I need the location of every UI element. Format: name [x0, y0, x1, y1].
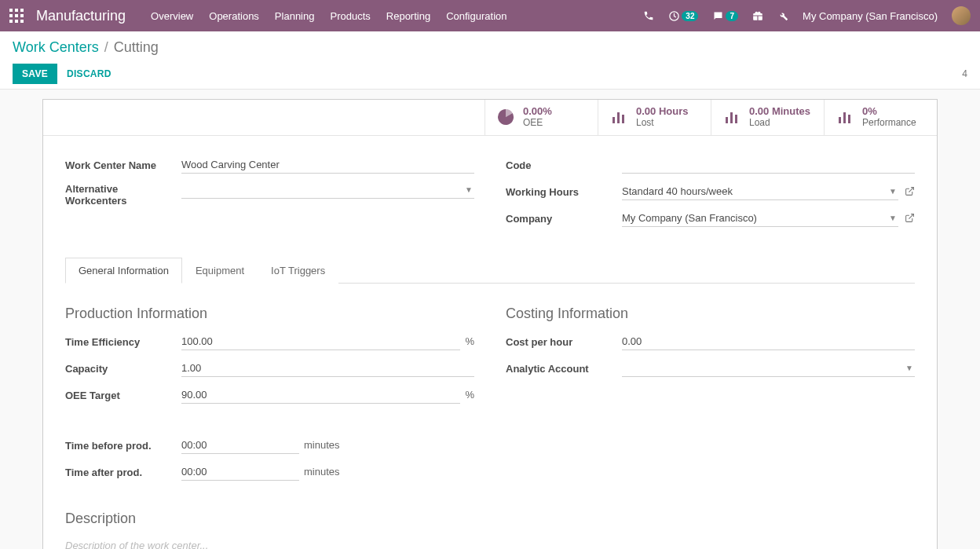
label-time-efficiency: Time Efficiency: [65, 335, 181, 348]
input-capacity[interactable]: [181, 360, 474, 377]
messages-icon[interactable]: 7: [712, 10, 738, 22]
input-cost-per-hour[interactable]: [622, 333, 915, 350]
bar-chart-icon: [722, 108, 741, 126]
nav-operations[interactable]: Operations: [209, 10, 259, 22]
input-description[interactable]: Description of the work center...: [65, 536, 915, 549]
input-company[interactable]: [622, 210, 898, 227]
svg-rect-5: [20, 14, 24, 17]
input-working-hours[interactable]: [622, 183, 898, 200]
topbar-right: 32 7 My Company (San Francisco): [643, 6, 971, 25]
stat-oee-value: 0.00%: [523, 106, 552, 118]
label-time-before: Time before prod.: [65, 438, 181, 452]
pager[interactable]: 4: [962, 68, 967, 79]
label-analytic-account: Analytic Account: [506, 361, 622, 375]
stat-performance-value: 0%: [862, 106, 916, 118]
label-oee-target: OEE Target: [65, 388, 181, 401]
svg-rect-14: [730, 112, 733, 123]
pie-chart-icon: [496, 108, 515, 126]
label-alt-workcenters: Alternative Workcenters: [65, 181, 181, 207]
svg-rect-13: [726, 117, 728, 123]
input-code[interactable]: [622, 156, 915, 174]
gift-icon[interactable]: [752, 10, 763, 21]
tab-iot-triggers[interactable]: IoT Triggers: [258, 258, 338, 284]
company-switcher[interactable]: My Company (San Francisco): [803, 10, 938, 22]
svg-rect-4: [15, 14, 18, 17]
svg-rect-12: [622, 115, 624, 123]
topbar: Manufacturing Overview Operations Planni…: [0, 0, 980, 31]
breadcrumb-parent[interactable]: Work Centers: [13, 39, 99, 55]
stat-lost-value: 0.00 Hours: [636, 106, 688, 118]
label-company: Company: [506, 211, 622, 225]
stat-button-row: 0.00% OEE 0.00 Hours Lost 0.00 Minutes: [43, 100, 937, 136]
svg-rect-10: [612, 117, 615, 123]
app-title[interactable]: Manufacturing: [36, 8, 126, 24]
input-analytic-account[interactable]: [622, 360, 915, 377]
breadcrumb-separator: /: [104, 39, 112, 55]
stat-lost-label: Lost: [636, 118, 688, 129]
tab-general-information[interactable]: General Information: [65, 258, 182, 284]
wrench-icon[interactable]: [777, 10, 788, 21]
input-time-after[interactable]: [181, 463, 299, 481]
bar-chart-icon: [609, 108, 628, 126]
svg-rect-18: [848, 115, 850, 123]
nav-products[interactable]: Products: [330, 10, 370, 22]
label-name: Work Center Name: [65, 158, 181, 171]
nav-overview[interactable]: Overview: [151, 10, 193, 22]
messages-badge: 7: [726, 11, 738, 21]
apps-icon[interactable]: [9, 9, 24, 23]
heading-costing-info: Costing Information: [506, 306, 915, 322]
svg-rect-1: [15, 9, 18, 12]
svg-rect-7: [15, 20, 18, 23]
unit-percent: %: [465, 335, 474, 347]
input-time-before[interactable]: [181, 437, 299, 454]
input-alt-workcenters[interactable]: [181, 181, 474, 199]
control-panel: Work Centers / Cutting SAVE DISCARD 4: [0, 31, 980, 90]
heading-production-info: Production Information: [65, 306, 474, 322]
svg-rect-3: [9, 14, 13, 17]
stat-performance[interactable]: 0% Performance: [824, 100, 937, 135]
svg-rect-0: [9, 9, 13, 12]
label-working-hours: Working Hours: [506, 185, 622, 198]
external-link-icon[interactable]: [905, 186, 915, 196]
save-button[interactable]: SAVE: [13, 64, 57, 84]
label-time-after: Time after prod.: [65, 465, 181, 478]
label-cost-per-hour: Cost per hour: [506, 335, 622, 348]
stat-oee-label: OEE: [523, 118, 552, 129]
discard-button[interactable]: DISCARD: [67, 68, 112, 79]
unit-minutes: minutes: [304, 439, 340, 451]
nav-planning[interactable]: Planning: [275, 10, 315, 22]
stat-performance-label: Performance: [862, 118, 916, 129]
stat-oee[interactable]: 0.00% OEE: [485, 100, 598, 135]
notebook-tabs: General Information Equipment IoT Trigge…: [65, 257, 915, 284]
svg-rect-17: [843, 112, 846, 123]
stat-load[interactable]: 0.00 Minutes Load: [711, 100, 824, 135]
form-sheet: 0.00% OEE 0.00 Hours Lost 0.00 Minutes: [42, 99, 938, 549]
input-time-efficiency[interactable]: [181, 333, 460, 350]
unit-minutes: minutes: [304, 466, 340, 478]
svg-rect-8: [20, 20, 24, 23]
activities-badge: 32: [682, 11, 698, 21]
svg-rect-6: [9, 20, 13, 23]
breadcrumb: Work Centers / Cutting: [13, 39, 967, 56]
stat-load-value: 0.00 Minutes: [749, 106, 810, 118]
tab-equipment[interactable]: Equipment: [182, 258, 258, 284]
svg-rect-15: [735, 115, 737, 123]
svg-rect-16: [839, 117, 841, 123]
stat-load-label: Load: [749, 118, 810, 129]
activities-icon[interactable]: 32: [668, 10, 698, 22]
nav-configuration[interactable]: Configuration: [446, 10, 506, 22]
user-avatar[interactable]: [952, 6, 971, 25]
input-name[interactable]: [181, 156, 474, 174]
external-link-icon[interactable]: [905, 213, 915, 223]
unit-percent: %: [465, 389, 474, 401]
svg-rect-2: [20, 9, 24, 12]
bar-chart-icon: [836, 108, 854, 126]
phone-icon[interactable]: [643, 10, 654, 21]
stat-lost[interactable]: 0.00 Hours Lost: [598, 100, 711, 135]
nav-reporting[interactable]: Reporting: [386, 10, 430, 22]
button-row: SAVE DISCARD 4: [13, 64, 967, 84]
input-oee-target[interactable]: [181, 386, 460, 404]
label-code: Code: [506, 158, 622, 171]
nav-menu: Overview Operations Planning Products Re…: [151, 10, 506, 22]
label-capacity: Capacity: [65, 361, 181, 375]
